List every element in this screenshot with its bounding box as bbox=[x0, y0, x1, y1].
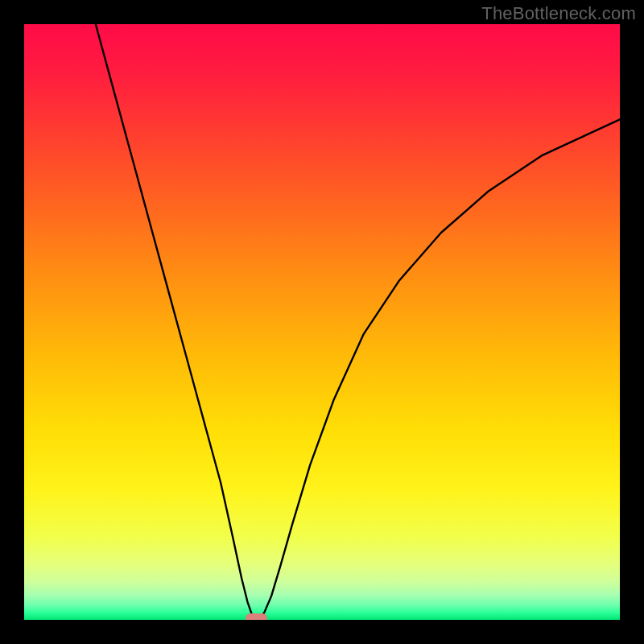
watermark-text: TheBottleneck.com bbox=[481, 3, 636, 24]
bottleneck-curve bbox=[24, 24, 620, 620]
chart-canvas: TheBottleneck.com bbox=[0, 0, 644, 644]
plot-area bbox=[24, 24, 620, 620]
optimal-marker bbox=[246, 613, 267, 620]
